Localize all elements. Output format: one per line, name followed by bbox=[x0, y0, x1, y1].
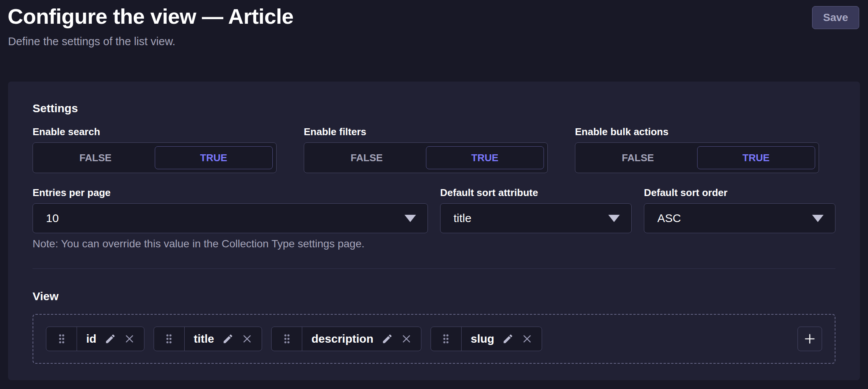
page-subtitle: Define the settings of the list view. bbox=[8, 35, 175, 48]
enable-filters-field: Enable filters FALSE TRUE bbox=[304, 127, 548, 173]
pencil-icon[interactable] bbox=[382, 333, 393, 345]
page-title: Configure the view — Article bbox=[8, 4, 293, 29]
enable-search-toggle: FALSE TRUE bbox=[33, 142, 277, 173]
settings-section-heading: Settings bbox=[33, 101, 835, 115]
enable-filters-true-option[interactable]: TRUE bbox=[426, 146, 544, 169]
enable-bulk-actions-true-option[interactable]: TRUE bbox=[697, 146, 816, 169]
enable-bulk-actions-field: Enable bulk actions FALSE TRUE bbox=[575, 127, 819, 173]
enable-bulk-actions-false-option[interactable]: FALSE bbox=[579, 146, 697, 169]
cross-icon[interactable] bbox=[522, 333, 532, 344]
toggle-row: Enable search FALSE TRUE Enable filters … bbox=[33, 127, 835, 173]
field-pill-label: description bbox=[311, 332, 373, 345]
save-button[interactable]: Save bbox=[812, 6, 859, 29]
entries-per-page-value: 10 bbox=[46, 212, 405, 225]
cross-icon[interactable] bbox=[242, 333, 252, 344]
drag-handle-icon[interactable] bbox=[46, 327, 77, 351]
field-pill-description[interactable]: description bbox=[271, 327, 421, 351]
chevron-down-icon bbox=[608, 215, 620, 222]
add-field-button[interactable] bbox=[798, 327, 822, 351]
settings-card: Settings Enable search FALSE TRUE Enable… bbox=[8, 82, 860, 380]
pencil-icon[interactable] bbox=[502, 333, 514, 345]
enable-search-field: Enable search FALSE TRUE bbox=[33, 127, 277, 173]
field-pill-title[interactable]: title bbox=[154, 327, 262, 351]
enable-bulk-actions-toggle: FALSE TRUE bbox=[575, 142, 819, 173]
enable-search-true-option[interactable]: TRUE bbox=[155, 146, 273, 169]
select-row: Entries per page 10 Default sort attribu… bbox=[33, 188, 835, 233]
pencil-icon[interactable] bbox=[105, 333, 116, 345]
default-sort-order-select[interactable]: ASC bbox=[644, 203, 835, 233]
drag-handle-icon[interactable] bbox=[154, 327, 185, 351]
field-pill-body: title bbox=[185, 327, 262, 351]
default-sort-attribute-value: title bbox=[454, 212, 608, 225]
enable-filters-label: Enable filters bbox=[304, 127, 548, 137]
cross-icon[interactable] bbox=[124, 333, 135, 344]
entries-per-page-note: Note: You can override this value in the… bbox=[33, 238, 835, 250]
view-fields-dropzone: id bbox=[33, 314, 835, 364]
default-sort-order-value: ASC bbox=[657, 212, 812, 225]
drag-handle-icon[interactable] bbox=[431, 327, 462, 351]
field-pill-label: title bbox=[194, 332, 214, 345]
entries-per-page-select[interactable]: 10 bbox=[33, 203, 428, 233]
page-header: Configure the view — Article Define the … bbox=[0, 0, 868, 82]
drag-handle-icon[interactable] bbox=[272, 327, 302, 351]
entries-per-page-field: Entries per page 10 bbox=[33, 188, 428, 233]
entries-per-page-label: Entries per page bbox=[33, 188, 428, 198]
default-sort-order-field: Default sort order ASC bbox=[644, 188, 835, 233]
field-pill-label: id bbox=[86, 332, 97, 345]
section-divider bbox=[33, 268, 835, 269]
chevron-down-icon bbox=[405, 215, 416, 222]
enable-search-false-option[interactable]: FALSE bbox=[36, 146, 155, 169]
field-pill-body: id bbox=[77, 327, 144, 351]
default-sort-attribute-label: Default sort attribute bbox=[440, 188, 632, 198]
field-pill-slug[interactable]: slug bbox=[431, 327, 542, 351]
field-pill-id[interactable]: id bbox=[46, 327, 144, 351]
default-sort-order-label: Default sort order bbox=[644, 188, 835, 198]
field-pill-body: description bbox=[302, 327, 421, 351]
enable-filters-toggle: FALSE TRUE bbox=[304, 142, 548, 173]
default-sort-attribute-select[interactable]: title bbox=[440, 203, 632, 233]
default-sort-attribute-field: Default sort attribute title bbox=[440, 188, 632, 233]
enable-bulk-actions-label: Enable bulk actions bbox=[575, 127, 819, 137]
cross-icon[interactable] bbox=[401, 333, 412, 344]
enable-filters-false-option[interactable]: FALSE bbox=[308, 146, 426, 169]
pencil-icon[interactable] bbox=[222, 333, 234, 345]
chevron-down-icon bbox=[812, 215, 824, 222]
enable-search-label: Enable search bbox=[33, 127, 277, 137]
field-pill-body: slug bbox=[462, 327, 542, 351]
plus-icon bbox=[803, 332, 817, 346]
field-pill-label: slug bbox=[471, 332, 495, 345]
view-section-heading: View bbox=[33, 289, 835, 303]
